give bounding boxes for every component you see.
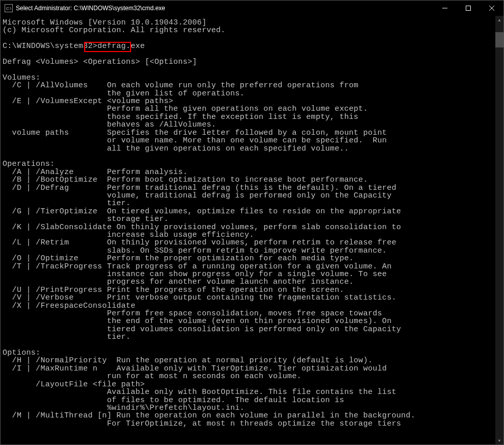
client-area: Microsoft Windows [Version 10.0.19043.20… bbox=[1, 16, 503, 444]
cmd-icon: C:\ bbox=[5, 4, 13, 12]
scroll-thumb[interactable] bbox=[495, 32, 503, 47]
vertical-scrollbar[interactable]: ▲ ▼ bbox=[495, 16, 503, 444]
titlebar[interactable]: C:\ Select Administrator: C:\WINDOWS\sys… bbox=[1, 1, 503, 16]
svg-rect-1 bbox=[466, 6, 471, 11]
scroll-down-button[interactable]: ▼ bbox=[495, 436, 503, 444]
scroll-up-button[interactable]: ▲ bbox=[495, 16, 503, 24]
window-title: Select Administrator: C:\WINDOWS\system3… bbox=[16, 5, 433, 12]
maximize-button[interactable] bbox=[457, 1, 480, 16]
minimize-button[interactable] bbox=[433, 1, 457, 16]
window-controls bbox=[433, 1, 503, 16]
cmd-window: C:\ Select Administrator: C:\WINDOWS\sys… bbox=[0, 0, 504, 445]
close-button[interactable] bbox=[480, 1, 503, 16]
terminal-output[interactable]: Microsoft Windows [Version 10.0.19043.20… bbox=[1, 16, 495, 444]
